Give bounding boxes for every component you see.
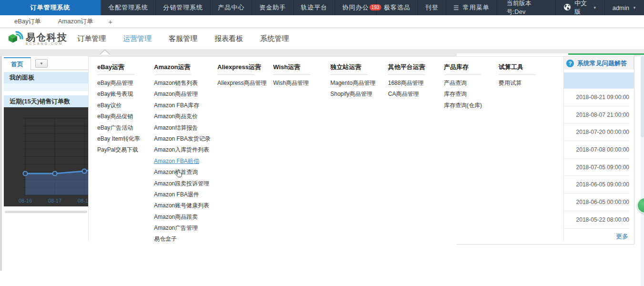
topbar-item[interactable]: 仓配管理系统 — [101, 0, 156, 15]
my-panel-subrow — [4, 83, 88, 91]
menu-column: eBay运营eBay商品管理eBay账号表现eBay议价eBay商品促销eBay… — [97, 61, 154, 241]
menu-item[interactable]: eBay账号表现 — [97, 89, 154, 100]
notice-timestamp: 2018-07-05 09:00:00 — [576, 164, 629, 171]
topbar-item[interactable]: ☰常用菜单 — [446, 0, 497, 15]
sales-chart-header[interactable]: 近期(15天)销售订单数 — [4, 95, 88, 107]
menu-item[interactable]: Amazon结算报告 — [154, 123, 217, 133]
question-icon: ? — [566, 60, 574, 67]
sidebar-dropdown-button[interactable]: ▼ — [35, 59, 48, 68]
eccang-logo-icon — [7, 30, 24, 48]
topbar-right: 当前版本号:Dev 中文版 ▼ admin ▼ — [497, 0, 644, 15]
notice-timestamp: 2018-08-07 21:00:00 — [576, 112, 629, 118]
floating-support-button[interactable] — [637, 197, 644, 214]
page-tab-bar: eBay订单Amazon订单 + — [0, 15, 644, 28]
notice-timestamp: 2018-06-05 09:00:00 — [576, 181, 629, 188]
menu-column: Amazon运营Amazon销售列表Amazon商品管理Amazon FBA库存… — [154, 61, 217, 241]
notice-timestamp: 2018-05-22 08:00:00 — [576, 216, 629, 223]
menu-item[interactable]: Amazon广告管理 — [154, 223, 217, 234]
page-scrollbar[interactable] — [641, 53, 644, 286]
brand-subtitle: ECCANG.COM — [26, 42, 68, 45]
nav-active-item[interactable]: 运营管理 — [123, 34, 152, 43]
menu-item-list: Aliexpress商品管理 — [217, 78, 273, 89]
menu-item[interactable]: Amazon FBA发货记录 — [154, 133, 217, 144]
add-tab-button[interactable]: + — [102, 18, 119, 26]
menu-item-list: Magento商品管理Shopify商品管理 — [330, 78, 388, 100]
mouse-cursor-icon — [175, 170, 182, 182]
nav-item[interactable]: 报表看板 — [215, 34, 243, 43]
menu-item[interactable]: eBay议价 — [97, 100, 154, 111]
tab-home[interactable]: 首页 — [4, 57, 31, 70]
menu-item[interactable]: PayPal交易下载 — [97, 144, 154, 155]
menu-item[interactable]: Amazon榜首查询 — [154, 167, 217, 178]
menu-item[interactable]: 产品查询 — [444, 78, 499, 89]
menu-item[interactable]: 库存查询 — [444, 89, 499, 100]
faq-title: 系统常见问题解答 — [577, 59, 627, 68]
dashboard-sidebar: 首页 ▼ 我的面板 近期(15天)销售订单数 08-1608-1708-18 — [4, 56, 88, 213]
page-tabs: eBay订单Amazon订单 — [6, 15, 102, 28]
topbar-item[interactable]: 订单管理系统 — [0, 0, 101, 15]
menu-item[interactable]: Wish商品管理 — [273, 78, 330, 89]
menu-item[interactable]: Amazon FBA退件 — [154, 189, 217, 200]
menu-column-title: 其他平台运营 — [388, 64, 444, 71]
menu-item[interactable]: eBay Item转化率 — [97, 133, 154, 144]
menu-item[interactable]: Amazon跟卖投诉管理 — [154, 178, 217, 189]
chart-scrollbar[interactable] — [5, 211, 87, 213]
menu-item[interactable]: 易仓盒子 — [154, 234, 217, 245]
my-panel-header[interactable]: 我的面板 — [4, 72, 88, 83]
language-switcher[interactable]: 中文版 ▼ — [555, 0, 604, 15]
topbar-items: 订单管理系统仓配管理系统分销管理系统产品中心资金助手轨迹平台协同办公193极客选… — [0, 0, 497, 15]
user-menu[interactable]: admin ▼ — [604, 0, 644, 15]
menu-item[interactable]: Aliexpress商品管理 — [217, 78, 273, 89]
menu-item[interactable]: CA商品管理 — [388, 89, 444, 100]
menu-item[interactable]: eBay商品管理 — [97, 78, 154, 89]
menu-item[interactable]: Magento商品管理 — [330, 78, 388, 89]
menu-item[interactable]: Amazon账号健康列表 — [154, 200, 217, 211]
menu-column-title: Aliexpress运营 — [217, 64, 273, 71]
version-label: 当前版本号:Dev — [497, 0, 556, 15]
notice-timestamp: 2018-07-20 00:00:00 — [576, 129, 629, 135]
scrollbar-thumb[interactable] — [641, 56, 644, 137]
menu-item[interactable]: Amazon商品竞价 — [154, 111, 217, 122]
faq-help-link[interactable]: ? 系统常见问题解答 — [559, 56, 634, 70]
language-label: 中文版 — [574, 0, 589, 16]
topbar-item[interactable]: 分销管理系统 — [156, 0, 211, 15]
notice-timestamp: 2018-07-08 00:00:00 — [576, 146, 629, 153]
topbar-item[interactable]: 极客选品 — [377, 0, 418, 15]
menu-item[interactable]: Amazon商品跟卖 — [154, 212, 217, 223]
menu-item[interactable]: eBay广告活动 — [97, 123, 154, 133]
notice-timestamp: 2018-08-21 09:00:00 — [576, 94, 629, 101]
menu-item[interactable]: Amazon FBA库存 — [154, 100, 217, 111]
menu-item[interactable]: Amazon销售列表 — [154, 78, 217, 89]
menu-item[interactable]: Shopify商品管理 — [330, 89, 388, 100]
brand-logo[interactable]: 易仓科技 ECCANG.COM — [7, 30, 68, 48]
menu-item[interactable]: Amazon入库货件列表 — [154, 144, 217, 155]
page-tab[interactable]: Amazon订单 — [50, 15, 102, 28]
menu-column-title: eBay运营 — [97, 64, 154, 71]
notice-timestamp: 2018-06-05 00:00:00 — [576, 199, 629, 205]
menu-item[interactable]: 1688商品管理 — [388, 78, 444, 89]
user-label: admin — [613, 4, 629, 11]
menu-item[interactable]: 费用试算 — [499, 78, 561, 89]
column-divider — [330, 74, 368, 75]
nav-item[interactable]: 系统管理 — [260, 34, 289, 43]
menu-item[interactable]: Amazon商品管理 — [154, 89, 217, 100]
sales-orders-chart: 08-1608-1708-18 — [4, 107, 88, 206]
menu-item-list: Wish商品管理 — [273, 78, 330, 89]
menu-item[interactable]: 库存查询(仓库) — [444, 100, 499, 111]
topbar-item[interactable]: 产品中心 — [211, 0, 252, 15]
line-chart-canvas: 08-1608-1708-18 — [4, 107, 88, 206]
nav-item[interactable]: 客服管理 — [169, 34, 197, 43]
menu-column: Aliexpress运营Aliexpress商品管理 — [217, 61, 273, 241]
topbar-item[interactable]: 轨迹平台 — [294, 0, 335, 15]
menu-item[interactable]: eBay商品促销 — [97, 111, 154, 122]
menu-column-title: 独立站运营 — [330, 64, 388, 71]
nav-item[interactable]: 订单管理 — [77, 34, 106, 43]
topbar-item[interactable]: 协同办公193 — [335, 0, 377, 15]
column-divider — [154, 74, 191, 75]
menu-item[interactable]: Amazon FBA赔偿 — [154, 156, 217, 167]
page-tab[interactable]: eBay订单 — [6, 15, 50, 28]
menu-column: 试算工具费用试算 — [499, 61, 561, 241]
menu-item-list: Amazon销售列表Amazon商品管理Amazon FBA库存Amazon商品… — [154, 78, 217, 245]
topbar-item[interactable]: 刊登 — [418, 0, 446, 15]
topbar-item[interactable]: 资金助手 — [252, 0, 294, 15]
